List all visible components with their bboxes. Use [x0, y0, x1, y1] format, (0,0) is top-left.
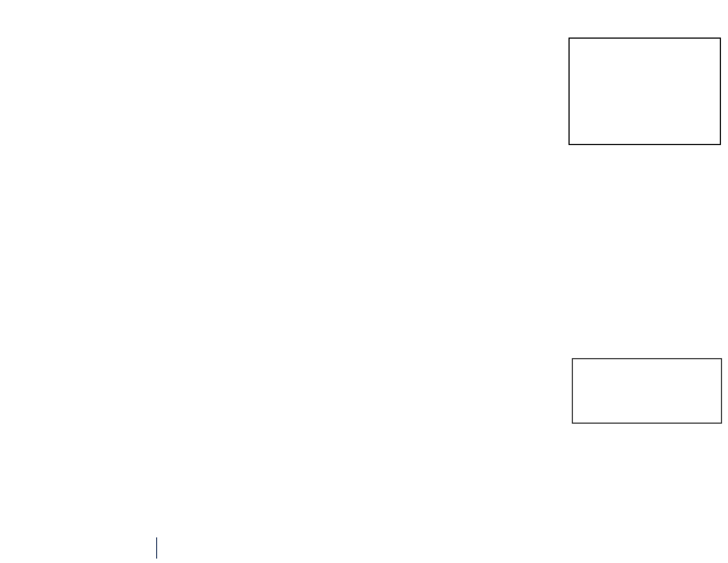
- tmin-mini-chart: [564, 418, 610, 533]
- timing-chart: [40, 38, 555, 95]
- daily-temps-chart: [40, 421, 555, 515]
- tmean-mini-chart: [616, 418, 662, 533]
- precip-events-chart: [565, 276, 728, 351]
- climas-logo: [40, 529, 86, 555]
- station-info-box: [569, 38, 721, 145]
- ua-block-a-icon: [132, 537, 151, 559]
- csap-logo: [88, 529, 130, 563]
- intensity-mini-chart: [671, 197, 718, 270]
- rain-days-mini-chart: [619, 197, 666, 270]
- precip-total-mini-chart: [567, 197, 613, 270]
- station-location-map: [613, 153, 677, 187]
- tmax-mini-chart: [668, 418, 715, 533]
- ua-divider: [156, 537, 157, 559]
- ua-coop-ext-logo: [132, 537, 162, 559]
- map: [613, 153, 677, 187]
- temperature-panel: [40, 421, 555, 515]
- station-climate-summary-figure: [0, 0, 728, 563]
- timing-panel: [40, 38, 555, 95]
- precip-panel: [40, 101, 555, 415]
- cumulative-precip-chart: [40, 101, 555, 415]
- dry-spells-box: [572, 358, 722, 424]
